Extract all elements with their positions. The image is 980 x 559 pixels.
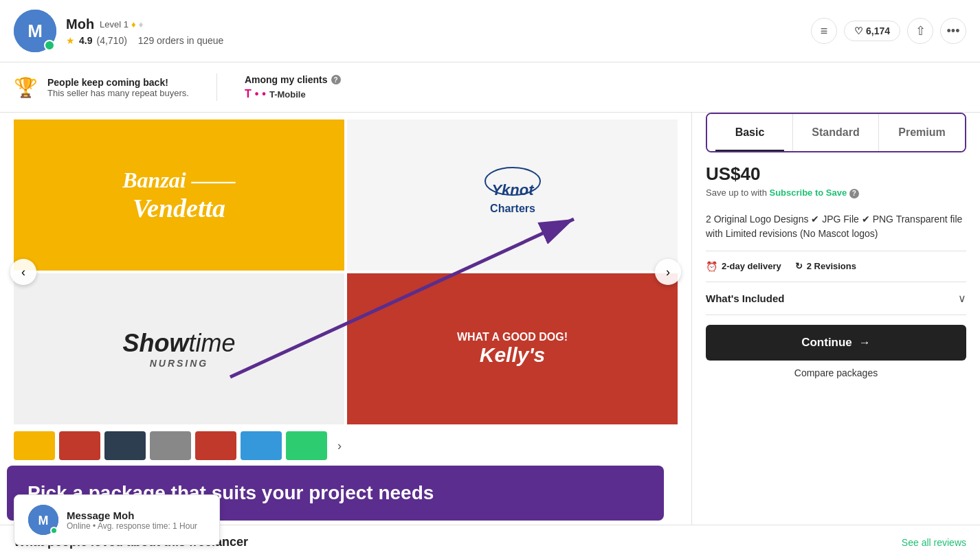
thumb-6[interactable] [241, 431, 282, 460]
thumb-next-arrow[interactable]: › [331, 431, 348, 460]
tmobile-t-icon: T [245, 88, 252, 100]
price-section: US$40 Save up to with Subscribe to Save … [706, 152, 966, 205]
delivery-item: ⏰ 2-day delivery [706, 261, 781, 272]
arrow-right-icon: → [859, 336, 871, 350]
message-bar: M Message Moh Online • Avg. response tim… [14, 494, 220, 545]
seller-info: Moh Level 1 ♦ ♦ ★ 4.9 (4,710) 129 orders… [66, 16, 223, 46]
clients-label: Among my clients [245, 74, 328, 85]
tab-premium[interactable]: Premium [879, 114, 965, 151]
tab-basic[interactable]: Basic [707, 114, 793, 151]
thumb-2[interactable] [59, 431, 100, 460]
compare-link[interactable]: Compare packages [706, 367, 966, 378]
menu-icon[interactable]: ≡ [811, 18, 837, 44]
tab-standard[interactable]: Standard [793, 114, 879, 151]
delivery-row: ⏰ 2-day delivery ↻ 2 Revisions [706, 251, 966, 282]
tmobile-dot2: • [262, 88, 266, 100]
prev-button[interactable]: ‹ [10, 259, 36, 285]
yknot-logo: Yknot Charters [347, 119, 678, 271]
portfolio-image-2: Yknot Charters [347, 119, 678, 271]
client-logos: T • • T-Mobile [245, 88, 341, 100]
message-online-badge [50, 527, 58, 534]
seller-name: Moh [66, 16, 94, 32]
portfolio-image-4: WHAT A GOOD DOG! Kelly's [347, 273, 678, 424]
thumb-7[interactable] [286, 431, 327, 460]
info-icon: ? [331, 75, 341, 84]
thumb-4[interactable] [150, 431, 191, 460]
thumb-1[interactable] [14, 431, 55, 460]
next-button[interactable]: › [655, 259, 681, 285]
chevron-down-icon: ∨ [958, 292, 966, 305]
banzai-logo: Banzai —— Vendetta [122, 168, 235, 223]
delivery-text: 2-day delivery [722, 261, 781, 271]
share-icon[interactable]: ⇧ [907, 18, 933, 44]
heart-count[interactable]: ♡ 6,174 [844, 21, 900, 41]
clock-icon: ⏰ [706, 261, 717, 272]
tmobile-logo: T • • T-Mobile [245, 88, 306, 100]
svg-text:Charters: Charters [490, 203, 535, 214]
whats-included-row[interactable]: What's Included ∨ [706, 282, 966, 315]
trophy-icon: 🏆 [14, 76, 38, 99]
whats-included-label: What's Included [706, 293, 784, 304]
portfolio-image-1: Banzai —— Vendetta [14, 119, 344, 271]
repeat-buyer-sub: This seller has many repeat buyers. [47, 88, 189, 98]
revisions-item: ↻ 2 Revisions [795, 261, 856, 271]
subscribe-info-icon: ? [849, 189, 859, 198]
svg-text:Yknot: Yknot [491, 181, 535, 198]
social-text: People keep coming back! This seller has… [47, 77, 189, 98]
star-icon: ★ [66, 35, 75, 46]
left-panel: Banzai —— Vendetta Yknot Charters Showti… [0, 113, 691, 559]
package-tabs: Basic Standard Premium [707, 114, 965, 151]
message-status: Online • Avg. response time: 1 Hour [67, 521, 197, 531]
seller-avatar-wrap: M [14, 10, 56, 52]
thumb-3[interactable] [104, 431, 146, 460]
tmobile-dot1: • [255, 88, 259, 100]
image-grid: Banzai —— Vendetta Yknot Charters Showti… [14, 119, 678, 424]
header-actions: ≡ ♡ 6,174 ⇧ ••• [811, 18, 966, 44]
package-description: 2 Original Logo Designs ✔ JPG File ✔ PNG… [706, 212, 966, 251]
right-panel: Basic Standard Premium US$40 Save up to … [691, 113, 980, 559]
social-proof-bar: 🏆 People keep coming back! This seller h… [0, 62, 980, 113]
showtime-logo: Showtime NURSING [122, 329, 235, 369]
kellys-logo: WHAT A GOOD DOG! Kelly's [457, 331, 568, 367]
message-info: Message Moh Online • Avg. response time:… [67, 510, 197, 531]
portfolio-image-3: Showtime NURSING [14, 273, 344, 424]
clients-section: Among my clients ? T • • T-Mobile [245, 74, 341, 100]
review-count: (4,710) [96, 35, 126, 46]
svg-text:M: M [38, 514, 49, 527]
tmobile-name: T-Mobile [269, 89, 306, 100]
level-badge: Level 1 ♦ ♦ [100, 19, 143, 30]
rating-value: 4.9 [79, 35, 92, 46]
heart-icon: ♡ [854, 25, 863, 36]
subscribe-link[interactable]: Subscribe to Save [770, 187, 847, 198]
revisions-text: 2 Revisions [807, 261, 856, 271]
queue-count: 129 orders in queue [138, 35, 224, 46]
message-seller-name[interactable]: Message Moh [67, 510, 197, 521]
vertical-divider [216, 73, 217, 101]
price-value: US$40 [706, 163, 966, 185]
online-badge [44, 40, 55, 51]
thumbnail-strip: › [14, 431, 678, 460]
continue-label: Continue [801, 336, 852, 350]
continue-button[interactable]: Continue → [706, 325, 966, 361]
svg-text:M: M [27, 21, 43, 41]
save-text: Save up to with Subscribe to Save ? [706, 187, 966, 198]
repeat-buyer-label: People keep coming back! [47, 77, 189, 88]
see-all-reviews[interactable]: See all reviews [902, 537, 966, 548]
package-tabs-wrap: Basic Standard Premium [706, 113, 966, 152]
thumb-5[interactable] [195, 431, 236, 460]
page-header: M Moh Level 1 ♦ ♦ ★ 4.9 (4,710) 129 orde… [0, 0, 980, 62]
main-content: Banzai —— Vendetta Yknot Charters Showti… [0, 113, 980, 559]
message-avatar: M [28, 505, 58, 535]
refresh-icon: ↻ [795, 261, 803, 271]
more-icon[interactable]: ••• [940, 18, 966, 44]
